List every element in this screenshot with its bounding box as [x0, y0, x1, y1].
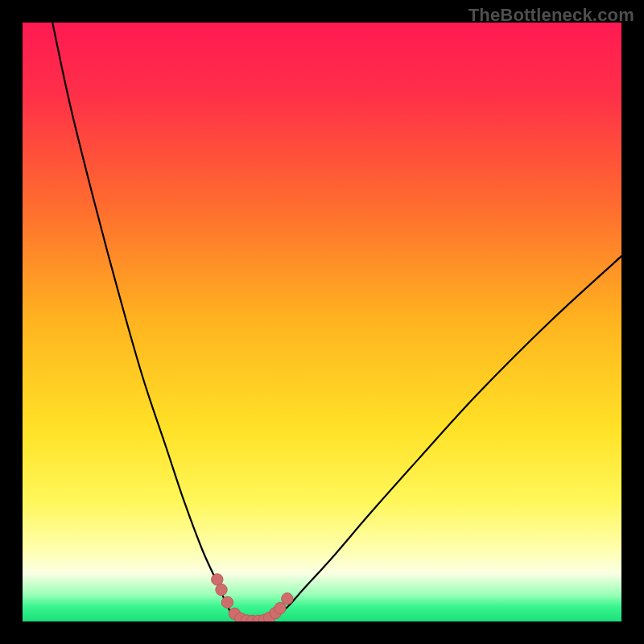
watermark-text: TheBottleneck.com [469, 5, 634, 26]
curve-left-branch [52, 23, 238, 619]
curve-right-branch [274, 256, 621, 617]
chart-canvas [23, 23, 621, 621]
highlight-dot [221, 597, 233, 608]
outer-black-frame: TheBottleneck.com [0, 0, 644, 644]
highlight-dot [275, 602, 286, 613]
highlight-dots-group [212, 574, 293, 621]
highlight-dot [216, 584, 227, 595]
highlight-dot [282, 593, 293, 605]
plot-area [23, 23, 621, 621]
